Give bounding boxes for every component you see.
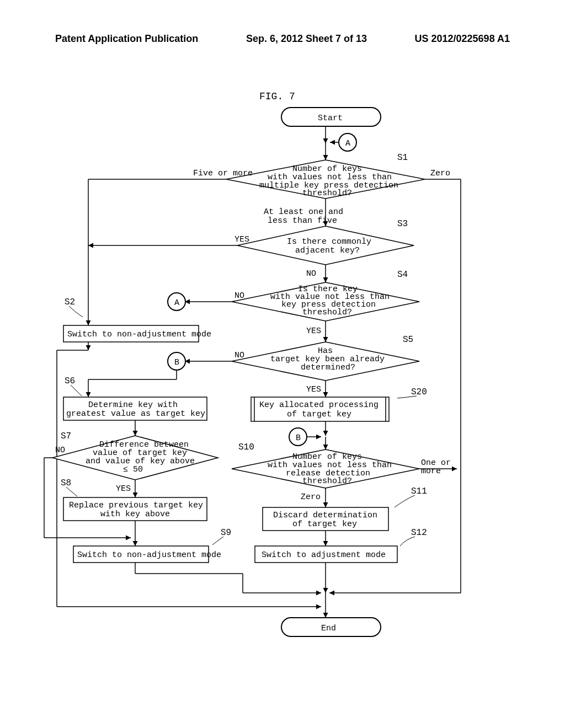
process-s2: Switch to non-adjustment mode [63,325,211,342]
step-label-s20: S20 [411,387,427,397]
connector-a-mid: A [168,293,185,311]
svg-text:threshold?: threshold? [302,308,352,317]
svg-text:A: A [345,139,350,148]
step-label-s2: S2 [65,297,75,307]
decision-s10: Number of keys with values not less than… [232,449,419,488]
svg-text:threshold?: threshold? [302,189,352,198]
step-label-s10: S10 [238,442,254,452]
branch-s1-mid1: At least one and [264,207,343,217]
svg-text:Discard determination: Discard determination [273,511,377,520]
branch-s4-no: NO [234,291,244,301]
branch-s1-right: Zero [430,169,450,178]
svg-text:of target key: of target key [287,410,351,419]
svg-text:B: B [174,358,179,367]
branch-s5-no: NO [234,351,244,360]
svg-text:Key allocated processing: Key allocated processing [259,400,379,410]
step-label-s11: S11 [411,486,427,496]
process-s9: Switch to non-adjustment mode [73,546,221,563]
branch-s3-yes: YES [234,235,249,244]
connector-b-left: B [168,352,185,370]
svg-text:Is there commonly: Is there commonly [287,237,371,247]
start-terminal: Start [281,108,381,126]
svg-text:A: A [174,298,179,308]
process-s11: Discard determination of target key [263,507,388,531]
process-s8: Replace previous target key with key abo… [63,497,207,521]
end-terminal: End [281,618,381,636]
branch-s7-yes: YES [116,484,131,494]
branch-s1-left: Five or more [193,169,253,178]
branch-s10-right2: more [421,467,441,476]
figure-title: FIG. 7 [259,91,295,102]
branch-s3-no: NO [306,269,316,279]
svg-text:adjacent key?: adjacent key? [295,246,360,255]
connector-a-top: A [339,133,356,151]
step-label-s9: S9 [221,528,231,538]
svg-text:Switch to adjustment mode: Switch to adjustment mode [262,550,386,560]
branch-s4-yes: YES [306,326,321,336]
step-label-s7: S7 [61,431,71,441]
step-label-s3: S3 [397,219,408,229]
connector-b-right: B [289,428,307,446]
branch-s7-no: NO [55,446,65,455]
svg-text:of target key: of target key [292,520,357,529]
decision-s3: Is there commonly adjacent key? [237,226,414,265]
step-label-s1: S1 [397,153,408,163]
step-label-s8: S8 [61,478,71,488]
step-label-s12: S12 [411,528,427,538]
svg-text:with key above: with key above [100,510,170,519]
flowchart-svg: FIG. 7 Start A Number of keys with value… [0,0,565,728]
branch-s10-zero: Zero [301,493,321,502]
branch-s1-mid2: less than five [268,216,337,226]
decision-s1: Number of keys with values not less than… [226,160,425,199]
svg-text:≤ 50: ≤ 50 [123,465,143,474]
svg-text:End: End [321,624,336,633]
subroutine-s20: Key allocated processing of target key [251,397,389,421]
process-s6: Determine key with greatest value as tar… [63,397,207,420]
step-label-s5: S5 [403,335,413,345]
svg-text:Switch to non-adjustment mode: Switch to non-adjustment mode [77,550,221,560]
svg-text:Start: Start [318,114,343,123]
svg-text:Determine key with: Determine key with [88,400,178,410]
process-s12: Switch to adjustment mode [255,546,397,563]
svg-text:determined?: determined? [301,363,355,372]
decision-s7: Difference between value of target key a… [52,436,218,480]
svg-text:Replace previous target key: Replace previous target key [69,501,203,510]
branch-s5-yes: YES [306,385,321,394]
step-label-s4: S4 [397,270,408,280]
svg-text:greatest value as target key: greatest value as target key [66,409,205,419]
step-label-s6: S6 [65,376,75,386]
decision-s4: Is there key with value not less than ke… [232,282,419,321]
svg-text:B: B [296,433,301,443]
svg-text:threshold?: threshold? [302,477,352,486]
decision-s5: Has target key been already determined? [232,342,419,381]
svg-text:Switch to non-adjustment mode: Switch to non-adjustment mode [67,330,211,339]
